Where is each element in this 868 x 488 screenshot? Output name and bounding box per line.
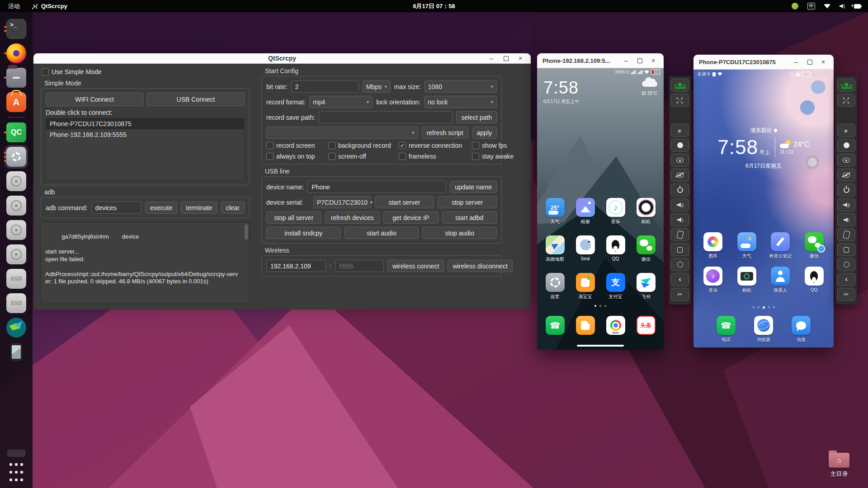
- usb-connect-button[interactable]: USB Connect: [147, 93, 245, 106]
- max-size-select[interactable]: 1080▾: [425, 80, 497, 93]
- app-gallery[interactable]: 图库: [699, 232, 727, 259]
- power-button[interactable]: [837, 183, 855, 197]
- script-select[interactable]: ▾: [266, 127, 418, 139]
- focused-app-menu[interactable]: QtScrcpy: [32, 3, 67, 9]
- minimize-button[interactable]: –: [486, 53, 496, 63]
- device-list[interactable]: Phone-P7CDU17C23010875 Phone-192.168.2.1…: [46, 118, 245, 181]
- app-sms[interactable]: 信息: [787, 316, 815, 343]
- scrollbar-thumb[interactable]: [245, 224, 248, 239]
- phone1-titlebar[interactable]: Phone-192.168.2.109:5... – ×: [537, 53, 664, 68]
- record-format-select[interactable]: mp4▾: [309, 96, 373, 108]
- home-button[interactable]: [837, 258, 855, 271]
- app-weather[interactable]: ☀天气: [733, 232, 761, 259]
- close-button[interactable]: ×: [648, 56, 658, 66]
- wireless-connect-button[interactable]: wireless connect: [387, 260, 444, 272]
- phone1-weather-widget[interactable]: 阴 25°C: [642, 81, 657, 97]
- bit-rate-input[interactable]: [291, 80, 359, 93]
- app-phone[interactable]: ☎电话: [712, 316, 740, 343]
- bitrate-unit-select[interactable]: Mbps▾: [363, 80, 391, 93]
- app-camera[interactable]: 相机: [733, 267, 761, 294]
- app-qinbaobao[interactable]: 亲宝宝: [571, 273, 599, 300]
- qtscrcpy-titlebar[interactable]: QtScrcpy – ×: [33, 53, 531, 64]
- wireless-port-input[interactable]: [335, 260, 384, 272]
- wireless-disconnect-button[interactable]: wireless disconnect: [448, 260, 512, 272]
- wireless-ip-input[interactable]: [266, 260, 326, 272]
- app-messages[interactable]: [571, 316, 599, 335]
- screenshot-button[interactable]: [837, 139, 855, 152]
- app-contacts[interactable]: 联系人: [766, 267, 794, 294]
- app-music[interactable]: ♪音乐: [699, 267, 727, 294]
- rotation-button[interactable]: [837, 228, 855, 241]
- record-screen-checkbox[interactable]: record screen: [266, 142, 326, 149]
- minimize-button[interactable]: –: [791, 57, 801, 67]
- dock-item-ssd-2[interactable]: SSD: [3, 291, 30, 315]
- fullscreen-button[interactable]: ↖↗↙↘: [671, 94, 689, 107]
- update-name-button[interactable]: update name: [450, 181, 497, 193]
- device-list-item[interactable]: Phone-P7CDU17C23010875: [46, 118, 244, 129]
- adb-log-output[interactable]: ga7d65ylnj6xinhm device start server... …: [41, 222, 250, 304]
- screen-off-button[interactable]: [671, 169, 689, 182]
- maximize-button[interactable]: [635, 56, 645, 66]
- assistive-ball[interactable]: [806, 155, 819, 169]
- record-save-path-input[interactable]: [319, 111, 453, 123]
- group-devices-button[interactable]: [837, 79, 855, 92]
- battery-icon[interactable]: [854, 4, 861, 9]
- app-camera[interactable]: 相机: [632, 198, 660, 225]
- device-name-input[interactable]: [307, 181, 446, 193]
- app-settings[interactable]: 设置: [541, 273, 569, 300]
- dock-item-settings[interactable]: [3, 145, 30, 169]
- app-wechat[interactable]: 微信: [632, 235, 660, 263]
- dock-item-terminal[interactable]: >_: [3, 17, 30, 41]
- wifi-icon[interactable]: [824, 4, 830, 9]
- back-button[interactable]: ‹: [837, 273, 855, 286]
- dock-item-disk-4[interactable]: [3, 242, 30, 267]
- refresh-script-button[interactable]: refresh script: [422, 127, 468, 139]
- back-button[interactable]: ‹: [671, 273, 689, 286]
- frameless-checkbox[interactable]: frameless: [399, 153, 470, 160]
- device-list-item[interactable]: Phone-192.168.2.109:5555: [46, 129, 244, 140]
- stop-server-button[interactable]: stop server: [438, 196, 497, 208]
- app-switch-button[interactable]: [837, 243, 855, 256]
- start-server-button[interactable]: start server: [375, 196, 434, 208]
- always-on-top-checkbox[interactable]: always on top: [266, 153, 326, 160]
- get-device-ip-button[interactable]: get device IP: [383, 211, 439, 224]
- fullscreen-button[interactable]: ↖↗↙↘: [837, 94, 855, 107]
- reverse-connection-checkbox[interactable]: ✓reverse connection: [399, 142, 470, 149]
- dock-item-files[interactable]: [3, 66, 30, 90]
- lock-orientation-select[interactable]: no lock▾: [424, 96, 497, 108]
- select-path-button[interactable]: select path: [456, 111, 497, 123]
- weather-block[interactable]: 24°C 31 / 22: [780, 141, 810, 155]
- start-audio-button[interactable]: start audio: [344, 227, 419, 239]
- dock-item-software[interactable]: A: [3, 90, 30, 114]
- phone2-screen[interactable]: 未插卡 90 早上7:58 浦东新区 7:58早上 24°C 31: [693, 70, 834, 347]
- dock-item-disk-3[interactable]: [3, 218, 30, 242]
- screen-off-checkbox[interactable]: screen-off: [328, 153, 397, 160]
- app-toutiao[interactable]: 头条: [632, 316, 660, 335]
- dock-item-disk-1[interactable]: [3, 169, 30, 193]
- phone2-titlebar[interactable]: Phone-P7CDU17C23010875 – ×: [693, 55, 834, 70]
- volume-down-button[interactable]: ): [837, 213, 855, 226]
- app-chrome[interactable]: Beta: [602, 316, 630, 335]
- screen-clip-button[interactable]: ✂: [837, 288, 855, 301]
- screen-on-button[interactable]: [837, 154, 855, 167]
- app-youdao-note[interactable]: 有道云笔记: [766, 232, 794, 259]
- app-qq[interactable]: QQ: [800, 267, 828, 294]
- close-button[interactable]: ×: [818, 57, 828, 67]
- dock-item-ssd-1[interactable]: SSD: [3, 267, 30, 291]
- clear-button[interactable]: clear: [221, 202, 245, 214]
- collapse-toolbar-button[interactable]: »: [837, 124, 855, 137]
- minimize-button[interactable]: –: [621, 56, 631, 66]
- use-simple-mode-checkbox[interactable]: Use Simple Mode: [42, 68, 250, 75]
- home-button[interactable]: [671, 258, 689, 271]
- input-method-indicator[interactable]: 中: [807, 3, 815, 9]
- dock-item-disk-2[interactable]: [3, 193, 30, 218]
- app-phone[interactable]: ☎: [541, 316, 569, 335]
- app-amap[interactable]: ▶高德地图: [541, 235, 569, 263]
- volume-up-button[interactable]: )): [671, 198, 689, 211]
- group-devices-button[interactable]: [671, 79, 689, 92]
- screen-clip-button[interactable]: ✂: [671, 288, 689, 301]
- dock-item-firefox[interactable]: [3, 41, 30, 66]
- app-browser[interactable]: 浏览器: [750, 316, 778, 343]
- maximize-button[interactable]: [805, 57, 815, 67]
- dock-item-phone-device[interactable]: [3, 340, 30, 364]
